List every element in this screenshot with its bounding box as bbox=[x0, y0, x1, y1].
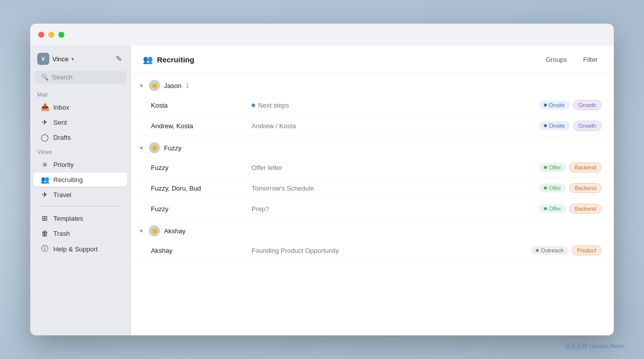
group-avatar-jason: 🙂 bbox=[149, 80, 160, 91]
recruiting-icon: 👥 bbox=[40, 175, 49, 184]
header-left: 👥 Recruiting bbox=[143, 55, 194, 64]
views-section-label: Views bbox=[30, 145, 130, 157]
mail-section-label: Mail bbox=[30, 87, 130, 100]
tag-offer: Offer bbox=[539, 204, 566, 213]
close-button[interactable] bbox=[38, 32, 44, 38]
sidebar: V Vince ▾ ✎ 🔍 Search Mail 📥 Inbox ✈ Se bbox=[30, 46, 131, 335]
group-chevron-icon: ▼ bbox=[139, 83, 145, 88]
sidebar-item-recruiting[interactable]: 👥 Recruiting bbox=[33, 172, 127, 187]
main-content: 👥 Recruiting Groups Filter ▼ 🙂 Jason 1 bbox=[131, 46, 614, 335]
row-tags: Offer Backend bbox=[539, 204, 602, 214]
avatar: V bbox=[37, 53, 49, 65]
search-bar[interactable]: 🔍 Search bbox=[34, 71, 126, 83]
help-icon: ⓘ bbox=[40, 244, 49, 253]
group-chevron-icon: ▼ bbox=[139, 145, 145, 151]
table-row[interactable]: Andrew, Kosta Andrew / Kosta Onsite Grow… bbox=[131, 116, 614, 136]
page-title: Recruiting bbox=[157, 55, 194, 64]
group-name-jason: Jason bbox=[164, 82, 182, 89]
sidebar-item-label: Templates bbox=[53, 215, 83, 222]
row-contact-name: Kosta bbox=[151, 102, 252, 109]
filter-button[interactable]: Filter bbox=[579, 54, 602, 65]
minimize-button[interactable] bbox=[48, 32, 54, 38]
sidebar-item-label: Recruiting bbox=[53, 176, 83, 184]
tag-dot-icon bbox=[536, 249, 539, 252]
group-name-akshay: Akshay bbox=[164, 227, 186, 235]
row-subject: Prep? bbox=[252, 205, 539, 213]
tag-dot-icon bbox=[544, 124, 547, 127]
tag-offer: Offer bbox=[539, 184, 566, 193]
tag-offer: Offer bbox=[539, 163, 566, 172]
row-contact-name: Fuzzy bbox=[151, 205, 252, 213]
sidebar-item-label: Trash bbox=[53, 230, 70, 237]
watermark: @蓝点网 Landian.News bbox=[565, 342, 624, 350]
sidebar-user-area: V Vince ▾ ✎ bbox=[30, 50, 130, 71]
sidebar-item-inbox[interactable]: 📥 Inbox bbox=[33, 100, 127, 114]
sidebar-item-label: Priority bbox=[53, 161, 73, 168]
sidebar-item-help-support[interactable]: ⓘ Help & Support bbox=[33, 241, 127, 256]
search-placeholder: Search bbox=[52, 73, 72, 81]
sidebar-item-templates[interactable]: ⊞ Templates bbox=[33, 211, 127, 225]
table-row[interactable]: Kosta Next steps Onsite Growth bbox=[131, 95, 614, 116]
tag-backend: Backend bbox=[569, 183, 602, 193]
priority-icon: ≡ bbox=[40, 160, 49, 168]
table-row[interactable]: Fuzzy, Doru, Bud Tomorrow's Schedule Off… bbox=[131, 178, 614, 199]
tag-dot-icon bbox=[544, 104, 547, 107]
sidebar-item-trash[interactable]: 🗑 Trash bbox=[33, 226, 127, 240]
sidebar-item-label: Drafts bbox=[53, 134, 71, 141]
inbox-icon: 📥 bbox=[40, 103, 49, 111]
row-contact-name: Fuzzy, Doru, Bud bbox=[151, 185, 252, 192]
unread-dot bbox=[252, 104, 255, 107]
user-profile-button[interactable]: V Vince ▾ bbox=[37, 53, 74, 65]
travel-icon: ✈ bbox=[40, 191, 49, 199]
sidebar-item-priority[interactable]: ≡ Priority bbox=[33, 157, 127, 171]
titlebar bbox=[30, 24, 614, 46]
table-content: ▼ 🙂 Jason 1 Kosta Next steps Onsite bbox=[131, 74, 614, 335]
tag-growth: Growth bbox=[573, 100, 602, 110]
row-tags: Outreach Product bbox=[531, 245, 602, 255]
row-contact-name: Akshay bbox=[151, 247, 252, 254]
group-avatar-akshay: 🙂 bbox=[149, 225, 160, 236]
tag-backend: Backend bbox=[569, 162, 602, 172]
row-tags: Onsite Growth bbox=[539, 100, 602, 110]
tag-onsite: Onsite bbox=[539, 101, 570, 110]
search-icon: 🔍 bbox=[41, 74, 49, 81]
traffic-lights bbox=[38, 32, 64, 38]
groups-button[interactable]: Groups bbox=[541, 54, 571, 65]
sidebar-item-label: Sent bbox=[53, 119, 67, 126]
table-row[interactable]: Fuzzy Prep? Offer Backend bbox=[131, 199, 614, 219]
sidebar-item-label: Help & Support bbox=[53, 245, 98, 253]
tag-growth: Growth bbox=[573, 121, 602, 131]
sidebar-item-travel[interactable]: ✈ Travel bbox=[33, 188, 127, 202]
group-count-jason: 1 bbox=[186, 82, 189, 89]
group-avatar-fuzzy: 🙂 bbox=[149, 142, 160, 153]
group-header-fuzzy[interactable]: ▼ 🙂 Fuzzy bbox=[131, 136, 614, 157]
tag-outreach: Outreach bbox=[531, 246, 569, 255]
compose-icon[interactable]: ✎ bbox=[115, 53, 123, 64]
group-header-jason[interactable]: ▼ 🙂 Jason 1 bbox=[131, 74, 614, 95]
row-subject: Tomorrow's Schedule bbox=[252, 185, 539, 192]
drafts-icon: ◯ bbox=[40, 133, 49, 141]
row-contact-name: Fuzzy bbox=[151, 164, 252, 171]
sidebar-divider bbox=[37, 206, 123, 207]
header-right: Groups Filter bbox=[541, 54, 602, 65]
row-tags: Onsite Growth bbox=[539, 121, 602, 131]
group-header-akshay[interactable]: ▼ 🙂 Akshay bbox=[131, 219, 614, 240]
tag-dot-icon bbox=[544, 187, 547, 190]
tag-onsite: Onsite bbox=[539, 121, 570, 130]
row-tags: Offer Backend bbox=[539, 162, 602, 172]
table-row[interactable]: Akshay Founding Product Opportunity Outr… bbox=[131, 240, 614, 261]
maximize-button[interactable] bbox=[58, 32, 64, 38]
row-subject: Founding Product Opportunity bbox=[252, 247, 531, 254]
row-contact-name: Andrew, Kosta bbox=[151, 122, 252, 130]
table-row[interactable]: Fuzzy Offer letter Offer Backend bbox=[131, 157, 614, 178]
tag-dot-icon bbox=[544, 166, 547, 169]
sidebar-item-sent[interactable]: ✈ Sent bbox=[33, 115, 127, 129]
sidebar-item-drafts[interactable]: ◯ Drafts bbox=[33, 130, 127, 144]
tag-backend: Backend bbox=[569, 204, 602, 214]
sent-icon: ✈ bbox=[40, 118, 49, 126]
templates-icon: ⊞ bbox=[40, 214, 49, 222]
row-subject: Andrew / Kosta bbox=[252, 122, 539, 130]
row-subject: Offer letter bbox=[252, 164, 539, 171]
recruiting-header-icon: 👥 bbox=[143, 55, 153, 64]
sidebar-item-label: Travel bbox=[53, 191, 71, 199]
